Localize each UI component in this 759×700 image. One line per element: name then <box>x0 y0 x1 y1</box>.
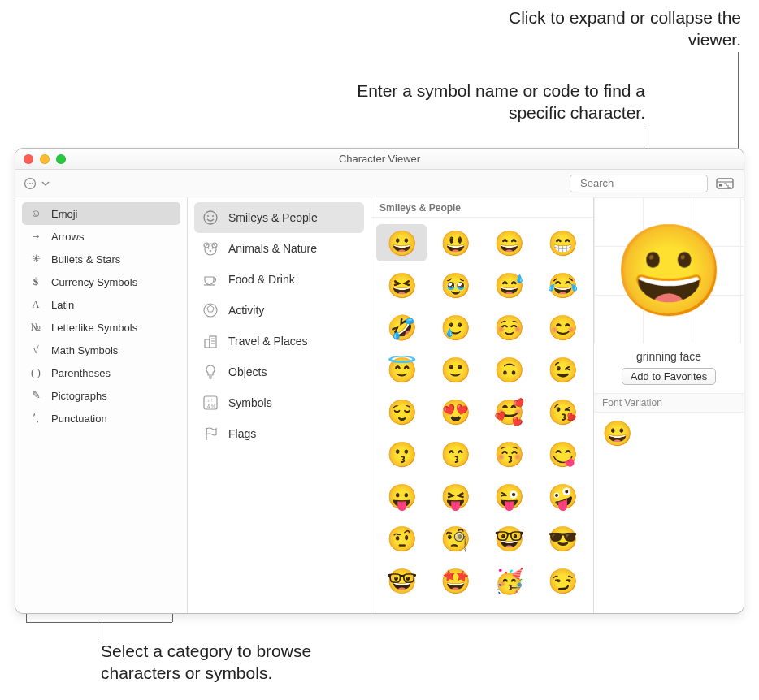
font-variation-header: Font Variation <box>594 393 744 413</box>
svg-text:%: % <box>211 404 216 408</box>
emoji-cell[interactable]: 😙 <box>430 435 480 473</box>
expand-collapse-button[interactable] <box>714 175 735 192</box>
arrow-icon: → <box>28 230 43 243</box>
subcat-label: Activity <box>228 304 264 317</box>
sidebar-item-label: Letterlike Symbols <box>51 322 137 334</box>
grid-section-header: Smileys & People <box>371 197 593 218</box>
subcat-label: Smileys & People <box>228 211 318 224</box>
parens-icon: ( ) <box>28 366 43 379</box>
subcat-travel-places[interactable]: Travel & Places <box>194 326 364 356</box>
emoji-cell[interactable]: 😄 <box>484 224 535 261</box>
pencil-icon: ✎ <box>28 389 43 402</box>
search-field[interactable] <box>570 175 708 192</box>
subcat-symbols[interactable]: ♪!&% Symbols <box>194 387 364 418</box>
emoji-cell[interactable]: 🙃 <box>484 351 535 388</box>
sidebar-item-currency[interactable]: $ Currency Symbols <box>22 270 180 293</box>
window-title: Character Viewer <box>15 153 744 165</box>
sidebar-item-label: Latin <box>51 299 74 311</box>
search-input[interactable] <box>579 176 718 190</box>
emoji-cell[interactable]: 🤩 <box>430 562 480 599</box>
emoji-cell[interactable]: 😛 <box>376 477 427 515</box>
emoji-cell[interactable]: 😏 <box>538 562 588 599</box>
emoji-cell[interactable]: 🤓 <box>484 520 535 557</box>
subcat-flags[interactable]: Flags <box>194 418 364 449</box>
emoji-cell[interactable]: 😀 <box>376 224 427 261</box>
sidebar-item-punctuation[interactable]: ٬, Punctuation <box>22 407 180 430</box>
emoji-cell[interactable]: 😊 <box>538 309 588 346</box>
emoji-cell[interactable]: 😚 <box>484 435 535 473</box>
lightbulb-icon <box>202 364 219 380</box>
emoji-cell[interactable]: 😅 <box>484 266 535 304</box>
window-titlebar: Character Viewer <box>15 149 744 170</box>
emoji-cell[interactable]: 😝 <box>430 477 480 515</box>
minimize-window-button[interactable] <box>40 154 50 164</box>
sidebar-item-label: Bullets & Stars <box>51 253 120 266</box>
subcat-objects[interactable]: Objects <box>194 356 364 387</box>
svg-text:♪: ♪ <box>207 398 210 403</box>
emoji-cell[interactable]: 😆 <box>376 266 427 304</box>
emoji-cell[interactable]: 🤣 <box>376 309 427 346</box>
sidebar-item-latin[interactable]: A Latin <box>22 293 180 316</box>
add-to-favorites-button[interactable]: Add to Favorites <box>622 368 717 385</box>
callout-expand: Click to expand or collapse the viewer. <box>465 6 741 51</box>
character-grid-pane: Smileys & People 😀😃😄😁😆🥹😅😂🤣🥲☺️😊😇🙂🙃😉😌😍🥰😘😗😙… <box>371 197 594 613</box>
numero-icon: № <box>28 321 43 334</box>
emoji-cell[interactable]: 😉 <box>538 351 588 388</box>
subcat-label: Animals & Nature <box>228 242 317 255</box>
callout-category-vstem <box>98 622 98 640</box>
bear-icon <box>202 240 219 257</box>
symbols-icon: ♪!&% <box>202 395 219 411</box>
font-variation-glyph[interactable]: 😀 <box>594 413 744 454</box>
subcat-animals-nature[interactable]: Animals & Nature <box>194 233 364 264</box>
emoji-cell[interactable]: 😜 <box>484 477 535 515</box>
emoji-cell[interactable]: 🥰 <box>484 393 535 430</box>
emoji-cell[interactable]: 🥹 <box>430 266 480 304</box>
zoom-window-button[interactable] <box>56 154 66 164</box>
svg-rect-8 <box>719 184 722 186</box>
expand-icon <box>716 177 734 190</box>
category-sidebar: ☺ Emoji → Arrows ✳ Bullets & Stars $ Cur… <box>15 197 188 613</box>
emoji-cell[interactable]: 🤪 <box>538 477 588 515</box>
emoji-cell[interactable]: 🙂 <box>430 351 480 388</box>
emoji-cell[interactable]: 😍 <box>430 393 480 430</box>
dollar-icon: $ <box>28 275 43 288</box>
sidebar-item-bullets-stars[interactable]: ✳ Bullets & Stars <box>22 248 180 270</box>
svg-point-10 <box>207 215 209 217</box>
sidebar-item-label: Math Symbols <box>51 344 118 356</box>
subcat-activity[interactable]: Activity <box>194 295 364 326</box>
sidebar-item-letterlike[interactable]: № Letterlike Symbols <box>22 316 180 339</box>
emoji-icon: ☺ <box>28 207 43 220</box>
emoji-cell[interactable]: 😌 <box>376 393 427 430</box>
toolbar-menu-button[interactable] <box>24 177 50 190</box>
callout-search: Enter a symbol name or code to find a sp… <box>309 80 645 124</box>
emoji-cell[interactable]: 😎 <box>538 520 588 557</box>
emoji-cell[interactable]: 😂 <box>538 266 588 304</box>
emoji-cell[interactable]: 🤓 <box>376 562 427 599</box>
sidebar-item-emoji[interactable]: ☺ Emoji <box>22 202 180 225</box>
emoji-cell[interactable]: 😘 <box>538 393 588 430</box>
traffic-lights <box>24 154 66 164</box>
emoji-cell[interactable]: 😇 <box>376 351 427 388</box>
subcat-food-drink[interactable]: Food & Drink <box>194 264 364 295</box>
comma-icon: ٬, <box>28 412 43 425</box>
emoji-cell[interactable]: 😋 <box>538 435 588 473</box>
subcat-label: Food & Drink <box>228 273 295 286</box>
emoji-cell[interactable]: 🧐 <box>430 520 480 557</box>
emoji-cell[interactable]: 🥲 <box>430 309 480 346</box>
svg-rect-20 <box>205 339 210 348</box>
sidebar-item-pictographs[interactable]: ✎ Pictographs <box>22 384 180 407</box>
emoji-cell[interactable]: 😁 <box>538 224 588 261</box>
emoji-cell[interactable]: 🥳 <box>484 562 535 599</box>
emoji-cell[interactable]: 😃 <box>430 224 480 261</box>
callout-expand-text: Click to expand or collapse the viewer. <box>509 8 741 49</box>
sidebar-item-math[interactable]: √ Math Symbols <box>22 339 180 361</box>
emoji-cell[interactable]: ☺️ <box>484 309 535 346</box>
svg-point-11 <box>212 215 214 217</box>
emoji-cell[interactable]: 😗 <box>376 435 427 473</box>
close-window-button[interactable] <box>24 154 33 164</box>
sidebar-item-arrows[interactable]: → Arrows <box>22 225 180 248</box>
subcat-smileys-people[interactable]: Smileys & People <box>194 202 364 233</box>
sidebar-item-label: Parentheses <box>51 367 111 379</box>
sidebar-item-parentheses[interactable]: ( ) Parentheses <box>22 361 180 384</box>
emoji-cell[interactable]: 🤨 <box>376 520 427 557</box>
